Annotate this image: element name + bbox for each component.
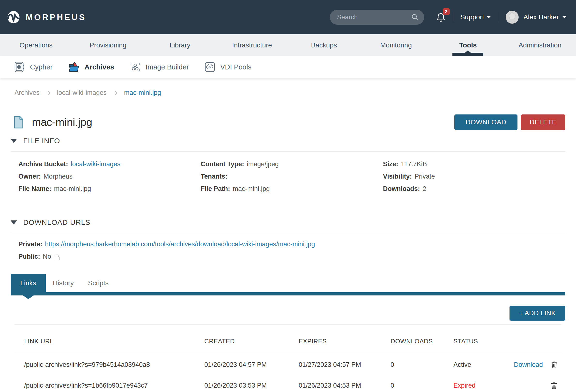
header-divider: [453, 12, 453, 23]
field-label: Size:: [383, 160, 398, 168]
downloads-cell: 0: [391, 361, 453, 368]
private-label: Private:: [18, 241, 42, 248]
created-cell: 01/26/2023 04:57 PM: [204, 361, 299, 368]
field-label: Archive Bucket:: [18, 160, 68, 168]
field-visibility: Visibility: Private: [383, 170, 565, 183]
field-label: File Name:: [18, 185, 52, 193]
nav-item-infrastructure[interactable]: Infrastructure: [216, 34, 288, 56]
notifications-button[interactable]: 2: [436, 12, 445, 22]
section-title: FILE INFO: [23, 137, 60, 145]
sub-nav-image-builder[interactable]: Image Builder: [130, 61, 189, 73]
link-url-cell: /public-archives/link?s=1b66fb9017e943c7: [15, 382, 204, 389]
downloads-cell: 0: [391, 382, 453, 389]
main-navigation: Operations Provisioning Library Infrastr…: [0, 34, 576, 56]
link-url-cell: /public-archives/link?s=979b4514a03940a8: [15, 361, 204, 368]
notification-badge: 2: [443, 8, 450, 15]
column-header-link-url: LINK URL: [15, 337, 204, 345]
chevron-right-icon: [114, 91, 117, 95]
section-title: DOWNLOAD URLS: [23, 218, 90, 226]
add-link-button[interactable]: + ADD LINK: [510, 306, 565, 321]
field-owner: Owner: Morpheus: [18, 170, 201, 183]
table-row: /public-archives/link?s=979b4514a03940a8…: [15, 354, 561, 375]
nav-item-backups[interactable]: Backups: [288, 34, 360, 56]
links-table: LINK URL CREATED EXPIRES DOWNLOADS STATU…: [15, 325, 561, 392]
morpheus-logo-icon: [7, 8, 20, 27]
nav-item-label: Tools: [459, 41, 477, 49]
page-title: mac-mini.jpg: [32, 116, 92, 128]
field-label: Downloads:: [383, 185, 420, 193]
field-label: Tenants:: [201, 173, 228, 180]
field-value: 2: [423, 185, 426, 193]
global-search[interactable]: [330, 10, 424, 25]
column-header-expires: EXPIRES: [299, 337, 391, 345]
support-label: Support: [461, 13, 484, 21]
field-value: 117.7KiB: [401, 160, 427, 168]
file-info-fields: Archive Bucket: local-wiki-images Owner:…: [11, 158, 565, 195]
expires-cell: 01/26/2023 04:53 PM: [299, 382, 391, 389]
nav-item-tools[interactable]: Tools: [432, 34, 504, 56]
public-url-row: Public: No: [18, 250, 565, 263]
field-file-name: File Name: mac-mini.jpg: [18, 183, 201, 195]
breadcrumb-bucket[interactable]: local-wiki-images: [57, 89, 107, 96]
field-file-path: File Path: mac-mini.jpg: [201, 183, 383, 195]
download-urls-header[interactable]: DOWNLOAD URLS: [11, 218, 565, 226]
created-cell: 01/26/2023 03:53 PM: [204, 382, 299, 389]
nav-item-administration[interactable]: Administration: [504, 34, 576, 56]
field-value: image/jpeg: [247, 160, 279, 168]
delete-link-button[interactable]: [551, 361, 557, 368]
user-avatar[interactable]: [506, 11, 519, 24]
support-menu[interactable]: Support: [461, 13, 491, 21]
sub-nav-label: Archives: [85, 63, 114, 71]
breadcrumb-current-file[interactable]: mac-mini.jpg: [124, 89, 161, 96]
tools-sub-navigation: Cypher Archives Image Builder: [0, 56, 576, 78]
delete-button[interactable]: DELETE: [521, 115, 565, 130]
column-header-status: STATUS: [453, 337, 514, 345]
safe-icon: [14, 61, 25, 73]
delete-link-button[interactable]: [551, 382, 557, 389]
nav-item-operations[interactable]: Operations: [0, 34, 72, 56]
collapse-triangle-icon: [11, 139, 17, 143]
status-badge: Active: [453, 361, 514, 368]
collapse-triangle-icon: [11, 220, 17, 225]
archive-folder-icon: [68, 62, 80, 72]
breadcrumb-archives[interactable]: Archives: [15, 89, 40, 96]
sub-nav-label: Image Builder: [145, 63, 189, 71]
sub-nav-vdi-pools[interactable]: VDI Pools: [204, 61, 252, 73]
field-label: Content Type:: [201, 160, 244, 168]
breadcrumb: Archives local-wiki-images mac-mini.jpg: [15, 89, 576, 96]
field-value: mac-mini.jpg: [54, 185, 91, 193]
column-header-downloads: DOWNLOADS: [391, 337, 453, 345]
tab-scripts[interactable]: Scripts: [81, 274, 116, 292]
field-downloads: Downloads: 2: [383, 183, 565, 195]
field-size: Size: 117.7KiB: [383, 158, 565, 170]
sub-nav-cypher[interactable]: Cypher: [14, 61, 53, 73]
section-divider: [11, 151, 565, 152]
search-icon[interactable]: [411, 13, 419, 21]
active-nav-indicator: [452, 53, 483, 56]
tab-history[interactable]: History: [46, 274, 81, 292]
image-builder-icon: [130, 61, 141, 73]
private-download-url-link[interactable]: https://morpheus.harkerhomelab.com/tools…: [45, 241, 315, 248]
field-value: Morpheus: [44, 173, 73, 180]
field-label: Owner:: [18, 173, 41, 180]
expires-cell: 01/27/2023 04:57 PM: [299, 361, 391, 368]
nav-item-monitoring[interactable]: Monitoring: [360, 34, 432, 56]
sub-nav-archives[interactable]: Archives: [68, 62, 114, 72]
top-header: MORPHEUS 2 Support: [0, 0, 576, 34]
archive-bucket-link[interactable]: local-wiki-images: [71, 160, 121, 168]
search-input[interactable]: [337, 14, 411, 21]
file-info-header[interactable]: FILE INFO: [11, 137, 565, 145]
tab-links[interactable]: Links: [11, 274, 46, 292]
nav-item-library[interactable]: Library: [144, 34, 216, 56]
column-header-created: CREATED: [204, 337, 299, 345]
field-label: File Path:: [201, 185, 230, 193]
detail-tabs: Links History Scripts: [11, 274, 565, 292]
download-button[interactable]: DOWNLOAD: [454, 115, 518, 130]
brand-name: MORPHEUS: [26, 12, 86, 22]
main-content: mac-mini.jpg DOWNLOAD DELETE FILE INFO A…: [0, 115, 576, 392]
nav-item-provisioning[interactable]: Provisioning: [72, 34, 144, 56]
row-download-link[interactable]: Download: [514, 361, 543, 368]
field-tenants: Tenants:: [201, 170, 383, 183]
user-menu[interactable]: Alex Harker: [523, 13, 566, 21]
morpheus-logo[interactable]: MORPHEUS: [7, 8, 86, 27]
